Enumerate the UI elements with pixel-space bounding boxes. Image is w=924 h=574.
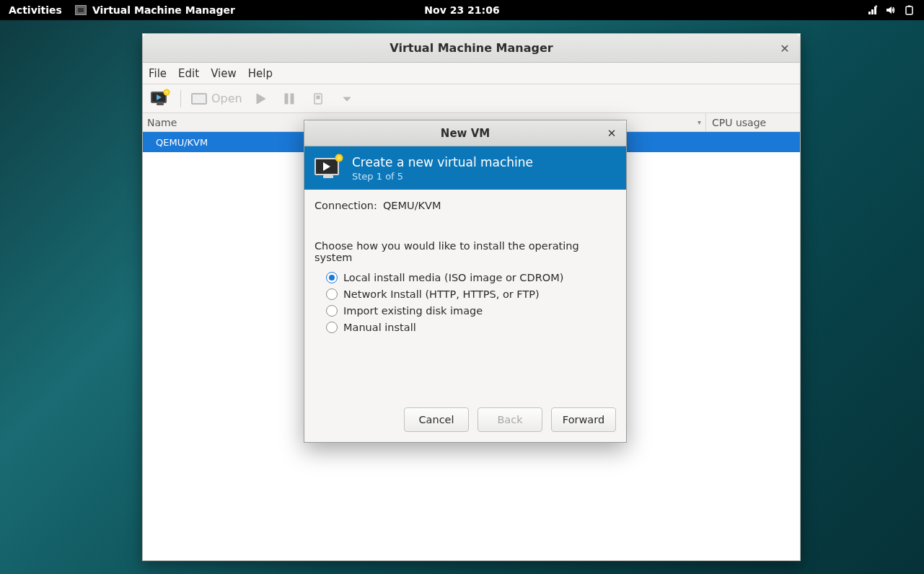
dialog-header-title: Create a new virtual machine (352, 155, 533, 169)
toolbar: Open (143, 84, 800, 113)
dialog-header: Create a new virtual machine Step 1 of 5 (304, 146, 626, 190)
menubar: File Edit View Help (143, 63, 800, 84)
run-button[interactable] (250, 88, 271, 110)
topbar-clock[interactable]: Nov 23 21:06 (424, 4, 499, 16)
volume-icon[interactable] (885, 4, 897, 16)
create-vm-icon (313, 155, 342, 181)
toolbar-separator (180, 90, 181, 107)
radio-icon (326, 272, 338, 283)
power-icon[interactable] (904, 4, 915, 16)
new-vm-dialog: New VM ✕ Create a new virtual machine St… (304, 120, 627, 443)
connection-label: Connection: (314, 200, 377, 211)
dialog-body: Connection: QEMU/KVM Choose how you woul… (304, 190, 626, 399)
open-button[interactable]: Open (191, 92, 242, 105)
radio-icon (326, 288, 338, 300)
network-icon[interactable]: ? (866, 4, 878, 16)
svg-rect-4 (291, 94, 294, 104)
forward-button[interactable]: Forward (551, 407, 616, 432)
cancel-button[interactable]: Cancel (404, 407, 469, 432)
connection-value: QEMU/KVM (383, 200, 441, 211)
back-button[interactable]: Back (478, 407, 542, 432)
monitor-icon (191, 93, 207, 105)
radio-icon (326, 322, 338, 333)
menu-help[interactable]: Help (248, 67, 273, 80)
svg-rect-6 (317, 96, 320, 99)
shutdown-menu-button[interactable] (336, 88, 358, 110)
svg-text:?: ? (875, 4, 878, 9)
vm-manager-icon (75, 5, 87, 15)
column-cpu[interactable]: CPU usage (706, 113, 800, 131)
pause-button[interactable] (278, 88, 300, 110)
shutdown-button[interactable] (307, 88, 329, 110)
dialog-buttons: Cancel Back Forward (304, 399, 626, 442)
svg-rect-3 (285, 94, 288, 104)
install-method-group: Local install media (ISO image or CDROM)… (314, 272, 616, 333)
menu-view[interactable]: View (211, 67, 237, 80)
radio-icon (326, 305, 338, 317)
install-prompt: Choose how you would like to install the… (314, 240, 616, 263)
dialog-titlebar[interactable]: New VM ✕ (304, 120, 626, 146)
chevron-down-icon: ▾ (698, 118, 701, 126)
menu-file[interactable]: File (149, 67, 167, 80)
radio-import-disk[interactable]: Import existing disk image (326, 305, 616, 317)
svg-rect-2 (908, 6, 910, 7)
radio-network-install[interactable]: Network Install (HTTP, HTTPS, or FTP) (326, 288, 616, 300)
window-titlebar[interactable]: Virtual Machine Manager ✕ (143, 34, 800, 63)
radio-manual-install[interactable]: Manual install (326, 322, 616, 333)
dialog-title: New VM (441, 127, 490, 140)
activities-button[interactable]: Activities (9, 4, 62, 16)
window-title: Virtual Machine Manager (390, 41, 553, 55)
menu-edit[interactable]: Edit (178, 67, 199, 80)
radio-local-media[interactable]: Local install media (ISO image or CDROM) (326, 272, 616, 283)
topbar-app-title[interactable]: Virtual Machine Manager (75, 4, 235, 16)
dialog-step-label: Step 1 of 5 (352, 171, 533, 182)
dialog-close-button[interactable]: ✕ (604, 126, 619, 141)
gnome-topbar: Activities Virtual Machine Manager Nov 2… (0, 0, 924, 20)
new-vm-button[interactable] (149, 88, 170, 110)
svg-rect-1 (906, 6, 912, 14)
window-close-button[interactable]: ✕ (777, 40, 793, 56)
